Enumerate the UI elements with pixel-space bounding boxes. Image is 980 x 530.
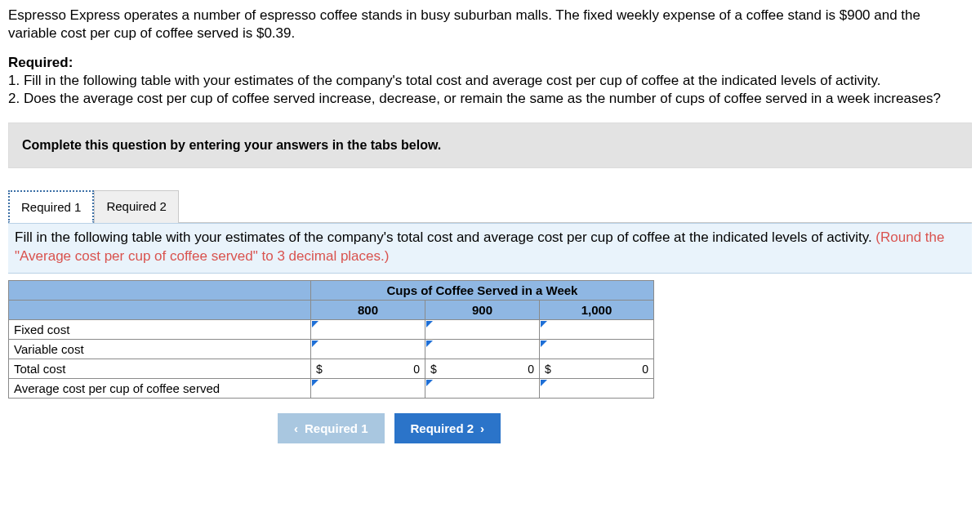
question-1: 1. Fill in the following table with your… <box>8 72 972 90</box>
instruction-banner: Complete this question by entering your … <box>8 122 972 168</box>
table-row-variable: Variable cost <box>9 340 654 359</box>
variable-900-cell[interactable] <box>425 340 540 359</box>
variable-1000-cell[interactable] <box>540 340 654 359</box>
tab-required-2[interactable]: Required 2 <box>94 190 178 223</box>
row-label-variable: Variable cost <box>9 340 311 359</box>
prev-button[interactable]: ‹ Required 1 <box>278 413 385 443</box>
avg-900-cell[interactable] <box>425 379 540 399</box>
nav-buttons: ‹ Required 1 Required 2 › <box>278 413 972 443</box>
fixed-1000-input[interactable] <box>540 320 653 339</box>
cost-table: Cups of Coffee Served in a Week 800 900 … <box>8 280 654 399</box>
row-label-fixed: Fixed cost <box>9 320 311 340</box>
problem-statement: Espresso Express operates a number of es… <box>8 7 972 42</box>
problem-p1: Espresso Express operates a number of es… <box>8 7 920 41</box>
variable-800-input[interactable] <box>311 340 425 359</box>
chevron-left-icon: ‹ <box>294 421 298 435</box>
fixed-900-input[interactable] <box>425 320 539 339</box>
fixed-900-cell[interactable] <box>425 320 540 340</box>
tabs: Required 1 Required 2 <box>8 189 972 223</box>
table-row-avg: Average cost per cup of coffee served <box>9 379 654 399</box>
next-button[interactable]: Required 2 › <box>394 413 501 443</box>
variable-800-cell[interactable] <box>311 340 425 359</box>
question-2: 2. Does the average cost per cup of coff… <box>8 90 972 108</box>
variable-900-input[interactable] <box>425 340 539 359</box>
instruction-main: Fill in the following table with your es… <box>15 229 875 245</box>
col-800: 800 <box>311 301 425 320</box>
total-900-cell: $0 <box>425 359 540 379</box>
col-900: 900 <box>425 301 540 320</box>
avg-1000-cell[interactable] <box>540 379 654 399</box>
col-1000: 1,000 <box>540 301 654 320</box>
avg-900-input[interactable] <box>425 379 539 398</box>
total-1000-cell: $0 <box>540 359 654 379</box>
prev-label: Required 1 <box>305 421 368 435</box>
fixed-1000-cell[interactable] <box>540 320 654 340</box>
table-row-total: Total cost $0 $0 $0 <box>9 359 654 379</box>
row-label-total: Total cost <box>9 359 311 379</box>
table-row-fixed: Fixed cost <box>9 320 654 340</box>
chevron-right-icon: › <box>480 421 484 435</box>
table-header-span: Cups of Coffee Served in a Week <box>311 281 654 301</box>
tab-required-1[interactable]: Required 1 <box>8 190 94 223</box>
fixed-800-cell[interactable] <box>311 320 425 340</box>
variable-1000-input[interactable] <box>540 340 653 359</box>
total-800-cell: $0 <box>311 359 425 379</box>
next-label: Required 2 <box>411 421 474 435</box>
fixed-800-input[interactable] <box>311 320 425 339</box>
avg-1000-input[interactable] <box>540 379 653 398</box>
required-label: Required: <box>8 55 73 70</box>
tab-instruction: Fill in the following table with your es… <box>8 223 972 274</box>
avg-800-input[interactable] <box>311 379 425 398</box>
avg-800-cell[interactable] <box>311 379 425 399</box>
row-label-avg: Average cost per cup of coffee served <box>9 379 311 399</box>
